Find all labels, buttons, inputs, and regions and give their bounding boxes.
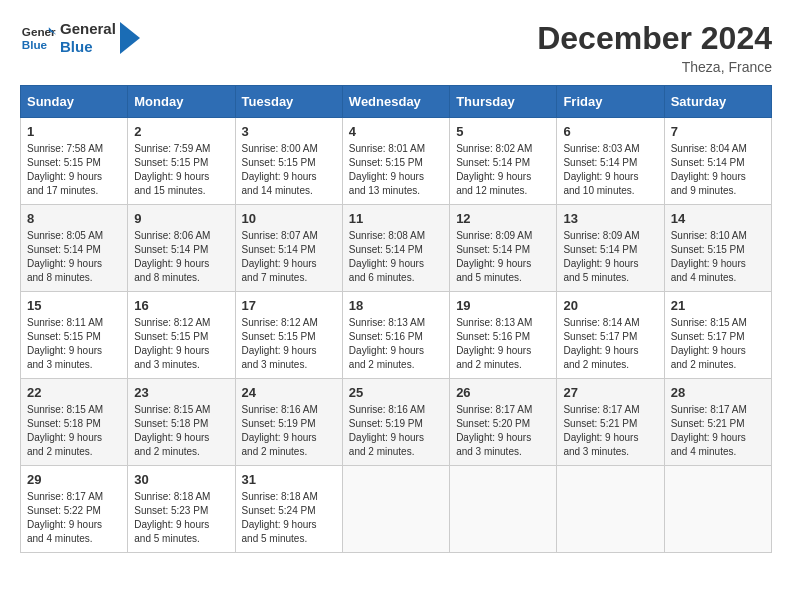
- day-number: 25: [349, 385, 443, 400]
- day-number: 27: [563, 385, 657, 400]
- calendar-cell: 8Sunrise: 8:05 AMSunset: 5:14 PMDaylight…: [21, 205, 128, 292]
- svg-marker-3: [120, 22, 140, 54]
- day-number: 20: [563, 298, 657, 313]
- calendar-cell: 18Sunrise: 8:13 AMSunset: 5:16 PMDayligh…: [342, 292, 449, 379]
- day-number: 9: [134, 211, 228, 226]
- weekday-header-tuesday: Tuesday: [235, 86, 342, 118]
- calendar-week-row: 29Sunrise: 8:17 AMSunset: 5:22 PMDayligh…: [21, 466, 772, 553]
- calendar-cell: 27Sunrise: 8:17 AMSunset: 5:21 PMDayligh…: [557, 379, 664, 466]
- calendar-cell: 17Sunrise: 8:12 AMSunset: 5:15 PMDayligh…: [235, 292, 342, 379]
- calendar-cell: 3Sunrise: 8:00 AMSunset: 5:15 PMDaylight…: [235, 118, 342, 205]
- day-number: 23: [134, 385, 228, 400]
- calendar-week-row: 8Sunrise: 8:05 AMSunset: 5:14 PMDaylight…: [21, 205, 772, 292]
- day-number: 21: [671, 298, 765, 313]
- calendar-week-row: 1Sunrise: 7:58 AMSunset: 5:15 PMDaylight…: [21, 118, 772, 205]
- calendar-cell: [557, 466, 664, 553]
- calendar-cell: 16Sunrise: 8:12 AMSunset: 5:15 PMDayligh…: [128, 292, 235, 379]
- location-subtitle: Theza, France: [537, 59, 772, 75]
- day-number: 24: [242, 385, 336, 400]
- day-number: 12: [456, 211, 550, 226]
- day-number: 13: [563, 211, 657, 226]
- day-info: Sunrise: 8:17 AMSunset: 5:21 PMDaylight:…: [671, 403, 765, 459]
- weekday-header-sunday: Sunday: [21, 86, 128, 118]
- day-info: Sunrise: 8:13 AMSunset: 5:16 PMDaylight:…: [456, 316, 550, 372]
- calendar-cell: 20Sunrise: 8:14 AMSunset: 5:17 PMDayligh…: [557, 292, 664, 379]
- day-number: 15: [27, 298, 121, 313]
- day-info: Sunrise: 8:11 AMSunset: 5:15 PMDaylight:…: [27, 316, 121, 372]
- calendar-cell: 1Sunrise: 7:58 AMSunset: 5:15 PMDaylight…: [21, 118, 128, 205]
- day-number: 6: [563, 124, 657, 139]
- calendar-cell: 2Sunrise: 7:59 AMSunset: 5:15 PMDaylight…: [128, 118, 235, 205]
- day-info: Sunrise: 8:15 AMSunset: 5:18 PMDaylight:…: [134, 403, 228, 459]
- calendar-cell: 15Sunrise: 8:11 AMSunset: 5:15 PMDayligh…: [21, 292, 128, 379]
- logo: General Blue General Blue: [20, 20, 140, 56]
- day-info: Sunrise: 8:07 AMSunset: 5:14 PMDaylight:…: [242, 229, 336, 285]
- calendar-cell: [342, 466, 449, 553]
- calendar-cell: 9Sunrise: 8:06 AMSunset: 5:14 PMDaylight…: [128, 205, 235, 292]
- day-info: Sunrise: 8:14 AMSunset: 5:17 PMDaylight:…: [563, 316, 657, 372]
- day-number: 14: [671, 211, 765, 226]
- day-info: Sunrise: 8:00 AMSunset: 5:15 PMDaylight:…: [242, 142, 336, 198]
- day-info: Sunrise: 8:01 AMSunset: 5:15 PMDaylight:…: [349, 142, 443, 198]
- calendar-cell: 29Sunrise: 8:17 AMSunset: 5:22 PMDayligh…: [21, 466, 128, 553]
- calendar-cell: 12Sunrise: 8:09 AMSunset: 5:14 PMDayligh…: [450, 205, 557, 292]
- day-info: Sunrise: 8:10 AMSunset: 5:15 PMDaylight:…: [671, 229, 765, 285]
- calendar-cell: 26Sunrise: 8:17 AMSunset: 5:20 PMDayligh…: [450, 379, 557, 466]
- day-number: 7: [671, 124, 765, 139]
- logo-icon: General Blue: [20, 20, 56, 56]
- calendar-cell: 22Sunrise: 8:15 AMSunset: 5:18 PMDayligh…: [21, 379, 128, 466]
- day-info: Sunrise: 8:17 AMSunset: 5:22 PMDaylight:…: [27, 490, 121, 546]
- day-number: 2: [134, 124, 228, 139]
- calendar-cell: 28Sunrise: 8:17 AMSunset: 5:21 PMDayligh…: [664, 379, 771, 466]
- calendar-week-row: 22Sunrise: 8:15 AMSunset: 5:18 PMDayligh…: [21, 379, 772, 466]
- calendar-cell: 31Sunrise: 8:18 AMSunset: 5:24 PMDayligh…: [235, 466, 342, 553]
- day-number: 22: [27, 385, 121, 400]
- day-info: Sunrise: 8:16 AMSunset: 5:19 PMDaylight:…: [349, 403, 443, 459]
- calendar-cell: 6Sunrise: 8:03 AMSunset: 5:14 PMDaylight…: [557, 118, 664, 205]
- calendar-cell: 30Sunrise: 8:18 AMSunset: 5:23 PMDayligh…: [128, 466, 235, 553]
- svg-text:Blue: Blue: [22, 38, 48, 51]
- day-number: 28: [671, 385, 765, 400]
- day-number: 3: [242, 124, 336, 139]
- day-info: Sunrise: 8:05 AMSunset: 5:14 PMDaylight:…: [27, 229, 121, 285]
- calendar-cell: 5Sunrise: 8:02 AMSunset: 5:14 PMDaylight…: [450, 118, 557, 205]
- day-number: 5: [456, 124, 550, 139]
- calendar-cell: 14Sunrise: 8:10 AMSunset: 5:15 PMDayligh…: [664, 205, 771, 292]
- title-block: December 2024 Theza, France: [537, 20, 772, 75]
- day-number: 30: [134, 472, 228, 487]
- day-info: Sunrise: 8:15 AMSunset: 5:18 PMDaylight:…: [27, 403, 121, 459]
- weekday-header-wednesday: Wednesday: [342, 86, 449, 118]
- logo-general: General: [60, 20, 116, 38]
- day-info: Sunrise: 8:04 AMSunset: 5:14 PMDaylight:…: [671, 142, 765, 198]
- day-info: Sunrise: 7:58 AMSunset: 5:15 PMDaylight:…: [27, 142, 121, 198]
- calendar-cell: 23Sunrise: 8:15 AMSunset: 5:18 PMDayligh…: [128, 379, 235, 466]
- calendar-cell: 25Sunrise: 8:16 AMSunset: 5:19 PMDayligh…: [342, 379, 449, 466]
- calendar-cell: 7Sunrise: 8:04 AMSunset: 5:14 PMDaylight…: [664, 118, 771, 205]
- day-number: 17: [242, 298, 336, 313]
- calendar-table: SundayMondayTuesdayWednesdayThursdayFrid…: [20, 85, 772, 553]
- weekday-header-friday: Friday: [557, 86, 664, 118]
- weekday-header-row: SundayMondayTuesdayWednesdayThursdayFrid…: [21, 86, 772, 118]
- day-info: Sunrise: 8:17 AMSunset: 5:21 PMDaylight:…: [563, 403, 657, 459]
- day-info: Sunrise: 8:17 AMSunset: 5:20 PMDaylight:…: [456, 403, 550, 459]
- weekday-header-thursday: Thursday: [450, 86, 557, 118]
- day-info: Sunrise: 8:13 AMSunset: 5:16 PMDaylight:…: [349, 316, 443, 372]
- month-year-title: December 2024: [537, 20, 772, 57]
- weekday-header-monday: Monday: [128, 86, 235, 118]
- day-info: Sunrise: 8:03 AMSunset: 5:14 PMDaylight:…: [563, 142, 657, 198]
- logo-arrow-icon: [120, 20, 140, 56]
- day-number: 19: [456, 298, 550, 313]
- day-number: 29: [27, 472, 121, 487]
- day-number: 16: [134, 298, 228, 313]
- day-info: Sunrise: 8:02 AMSunset: 5:14 PMDaylight:…: [456, 142, 550, 198]
- day-info: Sunrise: 8:18 AMSunset: 5:24 PMDaylight:…: [242, 490, 336, 546]
- day-number: 8: [27, 211, 121, 226]
- day-info: Sunrise: 8:12 AMSunset: 5:15 PMDaylight:…: [134, 316, 228, 372]
- calendar-cell: 4Sunrise: 8:01 AMSunset: 5:15 PMDaylight…: [342, 118, 449, 205]
- day-info: Sunrise: 8:08 AMSunset: 5:14 PMDaylight:…: [349, 229, 443, 285]
- logo-blue: Blue: [60, 38, 116, 56]
- day-info: Sunrise: 8:16 AMSunset: 5:19 PMDaylight:…: [242, 403, 336, 459]
- weekday-header-saturday: Saturday: [664, 86, 771, 118]
- page-header: General Blue General Blue December 2024 …: [20, 20, 772, 75]
- day-number: 31: [242, 472, 336, 487]
